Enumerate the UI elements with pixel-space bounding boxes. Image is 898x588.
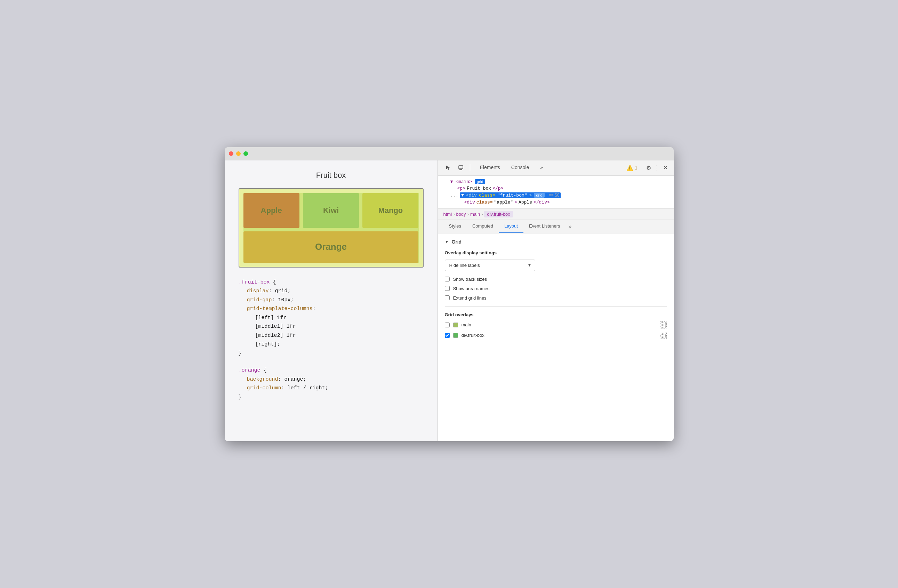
extend-grid-lines-row: Extend grid lines [445,296,667,301]
code-property: background [247,376,278,382]
breadcrumb: html › body › main › div.fruit-box [438,209,674,220]
more-menu-icon[interactable]: ⋮ [654,164,660,171]
close-button[interactable] [229,151,234,156]
code-block-fruit-box: .fruit-box { display: grid; grid-gap: 10… [238,278,424,358]
line-labels-select[interactable]: Hide line labels Show line numbers Show … [445,260,535,271]
toolbar-divider [470,164,470,171]
overlay-row-fruit-box: div.fruit-box [445,332,667,339]
layout-panel: ▼ Grid Overlay display settings Hide lin… [438,234,674,441]
tab-computed[interactable]: Computed [467,220,499,233]
panel-tab-more[interactable]: » [566,220,575,232]
devtools-right-icons: ⚠️ 1 ⚙ ⋮ ✕ [626,164,668,171]
overlay-main-label: main [461,322,656,328]
code-block-orange: .orange { background: orange; grid-colum… [238,366,424,402]
settings-icon[interactable]: ⚙ [646,165,651,171]
grid-overlays-section: Grid overlays main [445,312,667,339]
show-track-sizes-label: Show track sizes [453,277,487,282]
show-area-names-row: Show area names [445,286,667,291]
svg-rect-3 [661,323,666,328]
page-title: Fruit box [238,171,424,180]
window-controls [229,151,248,156]
breadcrumb-body[interactable]: body [456,212,466,217]
overlay-fruit-box-color [453,333,458,338]
fruit-grid: Apple Kiwi Mango Orange [243,193,419,263]
overlay-fruit-box-grid-icon[interactable] [660,332,667,339]
show-area-names-label: Show area names [453,286,490,291]
breadcrumb-active[interactable]: div.fruit-box [484,211,513,217]
grid-overlays-title: Grid overlays [445,312,667,317]
overlay-row-main: main [445,322,667,328]
fruit-cell-mango: Mango [362,193,418,228]
close-devtools-icon[interactable]: ✕ [663,164,668,171]
warning-badge: ⚠️ 1 [626,165,637,171]
code-property: grid-column [247,385,281,391]
tab-event-listeners[interactable]: Event Listeners [523,220,566,233]
tab-elements[interactable]: Elements [474,160,506,176]
tab-console[interactable]: Console [506,160,535,176]
titlebar [224,147,674,160]
line-labels-select-wrapper: Hide line labels Show line numbers Show … [445,260,535,271]
dropdown-row: Hide line labels Show line numbers Show … [445,260,667,271]
code-selector-orange: .orange [238,368,260,373]
overlay-fruit-box-label: div.fruit-box [461,332,656,338]
toolbar-divider-2 [642,164,642,171]
svg-rect-8 [661,333,666,338]
overlay-main-checkbox[interactable] [445,323,450,328]
fruit-demo-box: Apple Kiwi Mango Orange [238,188,424,268]
code-property: display [247,288,269,294]
device-icon[interactable] [456,163,466,172]
grid-section-title: Grid [451,239,461,245]
overlay-fruit-box-checkbox[interactable] [445,333,450,338]
devtools-panel: Elements Console » ⚠️ 1 ⚙ [438,160,674,441]
show-track-sizes-checkbox[interactable] [445,277,450,282]
browser-window: Fruit box Apple Kiwi Mango Orange .fruit… [224,147,674,441]
content-area: Fruit box Apple Kiwi Mango Orange .fruit… [224,160,674,441]
overlay-main-grid-icon[interactable] [660,322,667,328]
panel-tabs: Styles Computed Layout Event Listeners » [438,220,674,234]
grid-section-header: ▼ Grid [445,239,667,245]
dom-line-apple[interactable]: <div class="apple">Apple</div> [443,199,668,206]
fruit-cell-orange: Orange [243,231,419,263]
dom-tree: ▼ <main> grid <p>Fruit box</p> ... ▼ <di… [438,176,674,209]
code-selector: .fruit-box [238,279,270,285]
dom-line-selected[interactable]: ... ▼ <div class="fruit-box" > grid == $… [443,192,668,199]
svg-rect-0 [459,166,463,169]
maximize-button[interactable] [243,151,248,156]
show-area-names-checkbox[interactable] [445,286,450,291]
tab-layout[interactable]: Layout [499,220,523,233]
code-property: grid-gap [247,297,272,303]
dom-line-p[interactable]: <p>Fruit box</p> [443,185,668,192]
tab-styles[interactable]: Styles [443,220,467,233]
breadcrumb-html[interactable]: html [443,212,452,217]
overlay-main-color [453,323,458,328]
tab-more[interactable]: » [535,160,549,176]
extend-grid-lines-label: Extend grid lines [453,296,487,301]
overlay-settings-title: Overlay display settings [445,250,667,256]
fruit-cell-kiwi: Kiwi [303,193,359,228]
grid-triangle[interactable]: ▼ [445,239,449,244]
section-divider [445,306,667,306]
devtools-toolbar: Elements Console » ⚠️ 1 ⚙ [438,160,674,176]
show-track-sizes-row: Show track sizes [445,277,667,282]
code-property: grid-template-columns [247,306,313,312]
left-panel: Fruit box Apple Kiwi Mango Orange .fruit… [224,160,438,441]
warning-icon: ⚠️ [626,165,634,171]
cursor-icon[interactable] [443,163,453,172]
breadcrumb-main[interactable]: main [470,212,480,217]
devtools-tabs: Elements Console » [474,160,624,176]
dom-line-main[interactable]: ▼ <main> grid [443,179,668,185]
extend-grid-lines-checkbox[interactable] [445,296,450,300]
minimize-button[interactable] [236,151,241,156]
fruit-cell-apple: Apple [243,193,300,228]
